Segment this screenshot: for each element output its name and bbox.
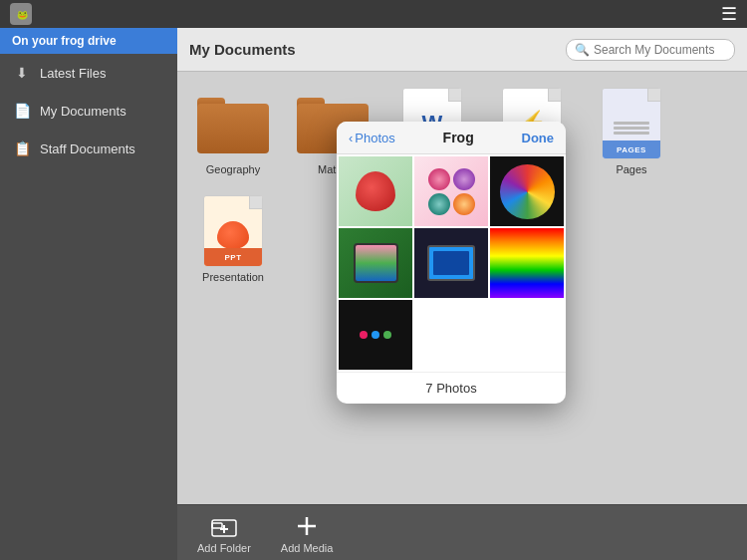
photo-cell-cupcakes[interactable] [414, 156, 488, 226]
add-media-icon [293, 512, 321, 540]
photo-cell-apple[interactable] [339, 156, 412, 226]
popup-title: Frog [443, 130, 474, 145]
main-layout: On your frog drive ⬇ Latest Files 📄 My D… [0, 28, 747, 560]
content-header: My Documents 🔍 [177, 28, 747, 72]
menu-icon[interactable]: ☰ [721, 3, 737, 25]
photo-cell-stripes[interactable] [490, 228, 564, 298]
svg-rect-3 [212, 523, 222, 528]
sidebar-item-label: Latest Files [40, 66, 106, 81]
my-documents-icon: 📄 [12, 101, 32, 121]
photo-cell-cake[interactable] [339, 228, 412, 298]
sidebar-item-label: Staff Documents [40, 141, 135, 156]
add-media-button[interactable]: Add Media [281, 512, 334, 554]
file-grid: Geography Maths W [177, 72, 747, 504]
sidebar-item-label: My Documents [40, 104, 126, 119]
popup-back-button[interactable]: ‹ Photos [349, 131, 395, 145]
sidebar-item-latest-files[interactable]: ⬇ Latest Files [0, 54, 177, 92]
add-folder-button[interactable]: Add Folder [197, 512, 251, 554]
top-bar: 🐸 ☰ [0, 0, 747, 28]
photo-cell-dots[interactable] [339, 300, 412, 370]
svg-text:🐸: 🐸 [17, 9, 29, 21]
app-logo: 🐸 [10, 3, 32, 25]
content-area: My Documents 🔍 Geography [177, 28, 747, 560]
sidebar-item-staff-documents[interactable]: 📋 Staff Documents [0, 130, 177, 167]
file-item-ppt[interactable]: PPT Presentation [193, 195, 273, 283]
popup-header: ‹ Photos Frog Done [337, 122, 566, 154]
file-item-pages[interactable]: PAGES Pages [592, 88, 671, 175]
popup-done-button[interactable]: Done [522, 131, 555, 145]
photo-cell-circles[interactable] [490, 156, 564, 226]
file-label-ppt: Presentation [202, 271, 264, 283]
staff-documents-icon: 📋 [12, 139, 32, 158]
add-folder-icon [210, 512, 238, 540]
photo-cell-monitor[interactable] [414, 228, 488, 298]
photo-picker-popup[interactable]: ‹ Photos Frog Done [337, 122, 566, 404]
photo-count: 7 Photos [337, 372, 566, 404]
file-label-pages: Pages [616, 163, 646, 175]
latest-files-icon: ⬇ [12, 63, 32, 83]
file-label-geography: Geography [206, 163, 260, 175]
add-folder-label: Add Folder [197, 542, 251, 554]
chevron-left-icon: ‹ [349, 131, 353, 145]
bottom-toolbar: Add Folder Add Media [177, 504, 747, 560]
sidebar-item-my-documents[interactable]: 📄 My Documents [0, 92, 177, 130]
ppt-doc-icon: PPT [197, 195, 269, 267]
popup-back-label[interactable]: Photos [355, 131, 394, 145]
search-input[interactable] [594, 43, 723, 57]
photo-grid [337, 154, 566, 372]
file-item-geography[interactable]: Geography [193, 88, 273, 175]
content-title: My Documents [189, 41, 556, 58]
search-box[interactable]: 🔍 [566, 39, 735, 61]
sidebar-section-header: On your frog drive [0, 28, 177, 54]
search-icon: 🔍 [575, 43, 590, 57]
sidebar: On your frog drive ⬇ Latest Files 📄 My D… [0, 28, 177, 560]
add-media-label: Add Media [281, 542, 334, 554]
pages-doc-icon: PAGES [596, 88, 667, 159]
folder-icon-geography [197, 88, 269, 159]
